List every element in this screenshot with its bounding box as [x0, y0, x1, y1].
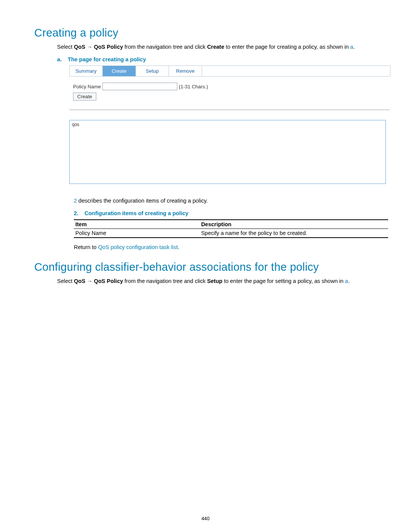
divider	[69, 110, 390, 110]
text-bold: QoS	[74, 44, 85, 50]
text: from the navigation tree and click	[123, 278, 207, 284]
table-title: Configuration items of creating a policy	[84, 210, 188, 216]
table-ref-link[interactable]: 2	[74, 198, 77, 204]
text-bold: Create	[207, 44, 224, 50]
text-bold: Setup	[207, 278, 222, 284]
figure-caption-a: a. The page for creating a policy	[57, 56, 379, 62]
text: from the navigation tree and click	[123, 44, 207, 50]
return-link[interactable]: QoS policy configuration task list	[98, 244, 178, 250]
create-button[interactable]: Create	[73, 93, 96, 101]
tab-filler	[202, 66, 390, 76]
screenshot-create-policy: Summary Create Setup Remove Policy Name …	[69, 66, 390, 184]
tab-remove[interactable]: Remove	[169, 66, 202, 76]
text: .	[178, 244, 179, 250]
intro-paragraph-2: Select QoS → QoS Policy from the navigat…	[34, 277, 379, 285]
col-header-item: Item	[74, 220, 199, 229]
config-items-table: Item Description Policy Name Specify a n…	[74, 219, 388, 238]
arrow-icon: →	[85, 278, 94, 284]
policy-name-hint: (1-31 Chars.)	[179, 84, 208, 89]
intro-paragraph-1: Select QoS → QoS Policy from the navigat…	[34, 43, 379, 51]
text: Return to	[74, 244, 98, 250]
figure-ref-link[interactable]: a	[345, 278, 348, 284]
policy-name-input[interactable]	[102, 83, 177, 90]
text-bold: QoS	[74, 278, 85, 284]
return-link-line: Return to QoS policy configuration task …	[34, 244, 379, 250]
col-header-description: Description	[199, 220, 388, 229]
policy-list-box[interactable]: qos	[69, 120, 386, 184]
policy-name-label: Policy Name	[73, 84, 101, 89]
cell-description: Specify a name for the policy to be crea…	[199, 229, 388, 238]
table-caption-2: 2. Configuration items of creating a pol…	[74, 210, 379, 216]
heading-creating-policy: Creating a policy	[34, 27, 379, 39]
text: to enter the page for setting a policy, …	[222, 278, 345, 284]
heading-configuring-associations: Configuring classifier-behavior associat…	[34, 261, 379, 273]
tab-summary[interactable]: Summary	[70, 66, 103, 76]
table-label: 2.	[74, 210, 83, 216]
text: .	[353, 44, 355, 50]
tab-create[interactable]: Create	[103, 66, 136, 76]
arrow-icon: →	[85, 44, 94, 50]
list-item[interactable]: qos	[72, 122, 383, 127]
desc-line: 2 describes the configuration items of c…	[34, 197, 379, 205]
tab-bar: Summary Create Setup Remove	[69, 66, 390, 77]
text-bold: QoS Policy	[94, 44, 123, 50]
form-area: Policy Name (1-31 Chars.) Create	[69, 77, 390, 107]
text: Select	[57, 278, 74, 284]
figure-label: a.	[57, 56, 66, 62]
figure-title: The page for creating a policy	[68, 56, 146, 62]
cell-item: Policy Name	[74, 229, 199, 238]
text: to enter the page for creating a policy,…	[224, 44, 350, 50]
text: Select	[57, 44, 74, 50]
page-number: 440	[0, 516, 411, 521]
text: describes the configuration items of cre…	[77, 198, 208, 204]
tab-setup[interactable]: Setup	[136, 66, 169, 76]
text-bold: QoS Policy	[94, 278, 123, 284]
table-header-row: Item Description	[74, 220, 388, 229]
table-row: Policy Name Specify a name for the polic…	[74, 229, 388, 238]
text: .	[348, 278, 350, 284]
